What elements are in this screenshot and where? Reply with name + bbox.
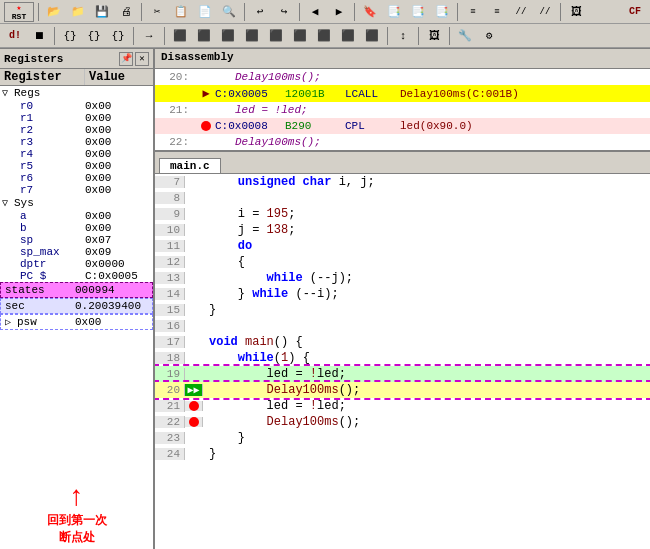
tb2-up[interactable]: ↕: [392, 26, 414, 46]
registers-panel: Registers 📌 ✕ Register Value ▽ Regs r0 0…: [0, 49, 155, 549]
tb2-img2[interactable]: 🖼: [423, 26, 445, 46]
tb2-stop[interactable]: ⏹: [28, 26, 50, 46]
tb-img[interactable]: 🖼: [565, 2, 587, 22]
code-content-17: void main() {: [203, 335, 303, 349]
disasm-hex-0005: 12001B: [285, 88, 345, 100]
tb2-b2[interactable]: ⬛: [193, 26, 215, 46]
reg-row-a[interactable]: a 0x00: [0, 210, 153, 222]
tb-right[interactable]: ▶: [328, 2, 350, 22]
tb2-b4[interactable]: ⬛: [241, 26, 263, 46]
tb-open[interactable]: 📂: [43, 2, 65, 22]
reg-row-sp-max[interactable]: sp_max 0x09: [0, 246, 153, 258]
tab-main-c-label: main.c: [170, 160, 210, 172]
tb2-run2[interactable]: {}: [107, 26, 129, 46]
reg-row-r2[interactable]: r2 0x00: [0, 124, 153, 136]
reg-value-r0: 0x00: [85, 100, 111, 112]
reg-group-regs-label: Regs: [14, 87, 40, 99]
tb-bm4[interactable]: 📑: [431, 2, 453, 22]
reg-row-psw[interactable]: ▷ psw 0x00: [0, 314, 153, 330]
code-line-13: 13 while (--j);: [155, 270, 650, 286]
tb-bookmark[interactable]: 🔖: [359, 2, 381, 22]
tb-undo[interactable]: ↩: [249, 2, 271, 22]
tb2-debug[interactable]: d!: [4, 26, 26, 46]
tab-main-c[interactable]: main.c: [159, 158, 221, 173]
reg-row-r4[interactable]: r4 0x00: [0, 148, 153, 160]
tb2-b9[interactable]: ⬛: [361, 26, 383, 46]
code-gutter-22: 22: [155, 416, 185, 428]
reg-group-sys[interactable]: ▽ Sys: [0, 196, 153, 210]
tb-align1[interactable]: ≡: [462, 2, 484, 22]
tb-redo[interactable]: ↪: [273, 2, 295, 22]
reg-name-b: b: [20, 222, 85, 234]
tb-align4[interactable]: //: [534, 2, 556, 22]
disasm-lineno-22: 22:: [159, 136, 189, 148]
reg-row-states[interactable]: states 000994: [0, 282, 153, 298]
reg-name-sec: sec: [5, 300, 75, 312]
tb-left[interactable]: ◀: [304, 2, 326, 22]
reg-row-dptr[interactable]: dptr 0x0000: [0, 258, 153, 270]
tb-align3[interactable]: //: [510, 2, 532, 22]
tb2-b7[interactable]: ⬛: [313, 26, 335, 46]
code-line-8: 8: [155, 190, 650, 206]
code-gutter-7: 7: [155, 176, 185, 188]
panel-pin-btn[interactable]: 📌: [119, 52, 133, 66]
reg-row-sec[interactable]: sec 0.20039400: [0, 298, 153, 314]
code-area[interactable]: 7 unsigned char i, j; 8 9 i = 195; 10: [155, 174, 650, 549]
reg-row-r7[interactable]: r7 0x00: [0, 184, 153, 196]
reg-value-states: 000994: [75, 284, 115, 296]
reg-row-r3[interactable]: r3 0x00: [0, 136, 153, 148]
tb2-arrow[interactable]: →: [138, 26, 160, 46]
tb-paste[interactable]: 📄: [194, 2, 216, 22]
code-line-23: 23 }: [155, 430, 650, 446]
disasm-row-0008[interactable]: C:0x0008 B290 CPL led(0x90.0): [155, 118, 650, 134]
tb-cf[interactable]: CF: [624, 2, 646, 22]
tb-align2[interactable]: ≡: [486, 2, 508, 22]
tb2-b8[interactable]: ⬛: [337, 26, 359, 46]
tb2-wrench[interactable]: 🔧: [454, 26, 476, 46]
tb-save[interactable]: 💾: [91, 2, 113, 22]
disasm-source-20: Delay100ms();: [235, 71, 321, 83]
disasm-operand-0008: led(0x90.0): [400, 120, 473, 132]
tb-bm2[interactable]: 📑: [383, 2, 405, 22]
tb-find[interactable]: 🔍: [218, 2, 240, 22]
tb2-b3[interactable]: ⬛: [217, 26, 239, 46]
tb-copy[interactable]: 📋: [170, 2, 192, 22]
reg-row-sp[interactable]: sp 0x07: [0, 234, 153, 246]
annotation-text: 回到第一次断点处: [4, 512, 149, 546]
reg-value-r4: 0x00: [85, 148, 111, 160]
reg-name-states: states: [5, 284, 75, 296]
tb2-gear[interactable]: ⚙: [478, 26, 500, 46]
code-gutter-12: 12: [155, 256, 185, 268]
reg-name-r5: r5: [20, 160, 85, 172]
tb2-run[interactable]: {}: [83, 26, 105, 46]
disassembly-header: Disassembly: [155, 49, 650, 69]
reg-row-r5[interactable]: r5 0x00: [0, 160, 153, 172]
tb-cut[interactable]: ✂: [146, 2, 168, 22]
reg-row-r6[interactable]: r6 0x00: [0, 172, 153, 184]
code-gutter-16: 16: [155, 320, 185, 332]
disasm-marker-bp-0008: [197, 121, 215, 131]
tb2-b5[interactable]: ⬛: [265, 26, 287, 46]
tb2-reset[interactable]: {}: [59, 26, 81, 46]
tb-folder[interactable]: 📁: [67, 2, 89, 22]
main-layout: Registers 📌 ✕ Register Value ▽ Regs r0 0…: [0, 49, 650, 549]
tb-bm3[interactable]: 📑: [407, 2, 429, 22]
tb2-b1[interactable]: ⬛: [169, 26, 191, 46]
reg-row-r0[interactable]: r0 0x00: [0, 100, 153, 112]
reg-row-b[interactable]: b 0x00: [0, 222, 153, 234]
panel-close-btn[interactable]: ✕: [135, 52, 149, 66]
tb-print[interactable]: 🖨: [115, 2, 137, 22]
toolbar-sep-6: [457, 3, 458, 21]
reg-row-r1[interactable]: r1 0x00: [0, 112, 153, 124]
reg-group-regs[interactable]: ▽ Regs: [0, 86, 153, 100]
toolbar2-sep-3: [164, 27, 165, 45]
tb2-b6[interactable]: ⬛: [289, 26, 311, 46]
reg-name-dptr: dptr: [20, 258, 85, 270]
code-content-22: Delay100ms();: [203, 415, 360, 429]
code-content-23: }: [203, 431, 245, 445]
disasm-row-src22: 22: Delay100ms();: [155, 134, 650, 150]
disasm-row-0005[interactable]: ▶ C:0x0005 12001B LCALL Delay100ms(C:001…: [155, 85, 650, 102]
rst-button[interactable]: ★ RST: [4, 2, 34, 22]
code-line-9: 9 i = 195;: [155, 206, 650, 222]
reg-row-pc[interactable]: PC $ C:0x0005: [0, 270, 153, 282]
